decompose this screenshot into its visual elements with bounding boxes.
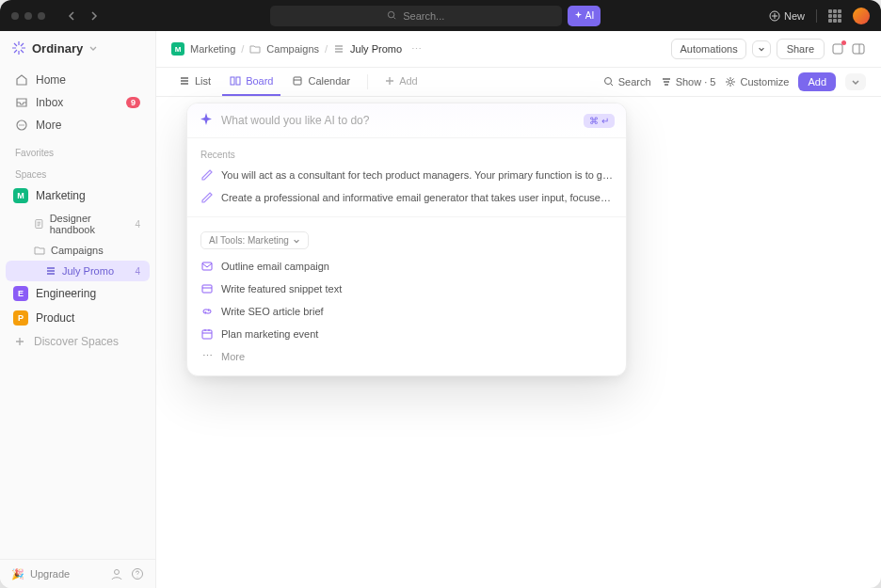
workspace-switcher[interactable]: Ordinary [0,31,155,65]
svg-rect-11 [231,77,234,85]
tab-board[interactable]: Board [222,68,280,96]
sidebar: Ordinary Home Inbox 9 More Favorite [0,31,156,588]
breadcrumb-bar: M Marketing / Campaigns / July Promo ⋯ A… [156,31,881,68]
global-search[interactable]: Search... [270,6,562,26]
doc-icon [34,218,44,230]
action-search[interactable]: Search [603,76,651,87]
window-controls [11,12,45,20]
svg-point-7 [115,570,120,575]
plus-icon [13,335,26,348]
favorites-header: Favorites [0,140,155,162]
person-icon[interactable] [110,567,123,580]
svg-rect-17 [202,285,212,293]
svg-point-15 [729,80,732,84]
user-avatar[interactable] [853,8,870,24]
chevron-down-icon [88,43,98,53]
svg-point-4 [21,124,22,125]
action-customize[interactable]: Customize [725,76,789,87]
close-dot[interactable] [11,12,19,20]
apps-icon[interactable] [828,9,841,23]
more-icon: ⋯ [200,350,214,363]
new-button[interactable]: New [769,10,805,22]
inbox-icon [15,96,28,109]
ai-tools-selector[interactable]: AI Tools: Marketing [200,231,309,249]
calendar-icon [200,327,214,341]
share-button[interactable]: Share [777,39,825,59]
action-show[interactable]: Show · 5 [661,76,716,87]
notification-dot [841,40,846,45]
folder-icon [249,43,261,55]
recent-item-1[interactable]: Create a professional and informative em… [187,186,626,209]
discover-spaces[interactable]: Discover Spaces [0,330,155,353]
gear-icon [725,76,736,87]
search-placeholder: Search... [403,10,444,22]
tab-add-view[interactable]: Add [377,68,425,96]
svg-rect-16 [202,262,212,270]
minimize-dot[interactable] [24,12,32,20]
sidebar-home[interactable]: Home [8,69,148,91]
plus-icon [385,76,394,86]
list-icon [179,75,190,87]
search-icon [603,76,615,87]
folder-designer-handbook[interactable]: Designer handbook 4 [6,208,150,240]
sparkle-icon [199,113,214,128]
svg-point-0 [389,11,394,17]
svg-rect-18 [202,330,212,339]
recent-item-0[interactable]: You will act as a consultant for tech pr… [187,164,626,186]
tool-seo[interactable]: Write SEO article brief [187,300,626,323]
filter-icon [661,76,672,87]
breadcrumb-more-icon[interactable]: ⋯ [411,43,422,56]
card-icon [200,282,214,295]
space-product[interactable]: P Product [0,306,155,330]
titlebar: Search... AI New [0,0,881,31]
svg-rect-9 [833,44,842,54]
tab-calendar[interactable]: Calendar [284,68,358,96]
ai-input[interactable] [221,114,576,127]
maximize-dot[interactable] [38,12,45,20]
pencil-icon [200,168,214,182]
tool-snippet[interactable]: Write featured snippet text [187,278,626,300]
tool-outline-email[interactable]: Outline email campaign [187,255,626,278]
breadcrumb-space[interactable]: Marketing [190,43,235,55]
pencil-icon [200,191,214,204]
home-icon [15,73,28,87]
panel-icon[interactable] [851,41,866,56]
list-july-promo[interactable]: July Promo 4 [6,261,150,281]
folder-icon [34,245,45,256]
upgrade-icon: 🎉 [11,568,24,580]
sidebar-more[interactable]: More [8,114,148,136]
automations-button[interactable]: Automations [671,39,745,59]
space-engineering[interactable]: E Engineering [0,281,155,306]
link-icon [200,305,214,318]
tab-list[interactable]: List [171,68,218,96]
ai-badge[interactable]: AI [568,6,601,26]
automations-dropdown[interactable] [752,40,771,57]
tool-event[interactable]: Plan marketing event [187,323,626,345]
breadcrumb-page[interactable]: July Promo [350,43,402,55]
board-icon [230,75,241,87]
more-icon [15,119,28,132]
sparkle-icon [574,11,583,20]
workspace-icon [11,40,26,56]
ai-input-row: ⌘ ↵ [187,103,626,137]
folder-campaigns[interactable]: Campaigns [6,240,150,261]
space-letter-icon: E [13,286,28,301]
space-marketing[interactable]: M Marketing [0,183,155,208]
space-letter-icon: P [13,310,28,326]
add-dropdown[interactable] [845,73,866,90]
add-task-button[interactable]: Add [798,72,836,91]
sidebar-inbox[interactable]: Inbox 9 [8,91,148,114]
svg-rect-13 [294,77,301,85]
notifications-icon[interactable] [830,41,845,56]
breadcrumb-folder[interactable]: Campaigns [266,43,319,55]
help-icon[interactable] [131,567,144,580]
list-icon [45,265,56,277]
tool-more[interactable]: ⋯ More [187,345,626,368]
svg-point-5 [23,124,24,125]
nav-back[interactable] [64,8,81,24]
list-icon [333,43,344,55]
view-tabs: List Board Calendar Add [156,68,881,97]
svg-point-14 [604,78,611,85]
upgrade-link[interactable]: Upgrade [30,568,70,580]
nav-forward[interactable] [85,8,102,24]
